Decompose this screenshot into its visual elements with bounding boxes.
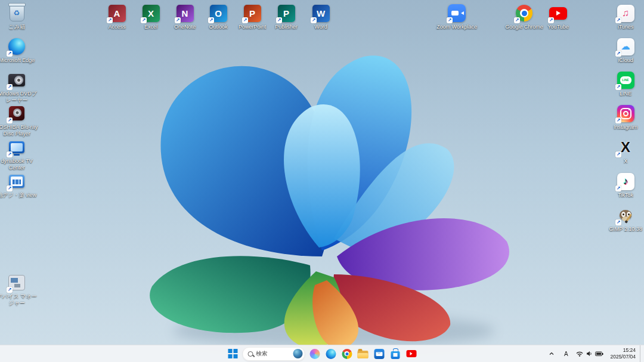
desktop-icon-dynabook-tv-center[interactable]: dynabook TV Center (0, 138, 38, 171)
access-icon: A (107, 4, 126, 23)
desktop-icon-icloud[interactable]: ☁ iCloud (604, 37, 644, 64)
onenote-icon: N (175, 4, 194, 23)
tray-status-icons[interactable] (574, 346, 606, 361)
desktop-icon-tiktok[interactable]: ♪ TikTok (604, 172, 644, 199)
shortcut-arrow-icon (548, 17, 554, 23)
itunes-icon: ♫ (616, 4, 635, 23)
shortcut-arrow-icon (514, 17, 520, 23)
taskbar-app-file-explorer[interactable] (357, 346, 370, 361)
clock-time: 15:24 (623, 347, 636, 354)
taskbar-app-copilot[interactable] (308, 346, 321, 361)
shortcut-arrow-icon (615, 151, 621, 157)
icon-label: Word (314, 24, 327, 30)
desktop-icon-gimp[interactable]: GIMP 2.10.38 (604, 206, 644, 233)
desktop-icon-youtube[interactable]: YouTube (537, 4, 580, 30)
search-highlight-image[interactable] (293, 349, 303, 358)
desktop-icon-instagram[interactable]: Instagram (604, 104, 644, 131)
icon-label: TOSHIBA Blu-ray Disc Player (0, 124, 38, 137)
desktop-icon-chideji[interactable]: 地デジ・楽 view (0, 172, 38, 199)
desktop-icon-x[interactable]: X X (604, 138, 644, 165)
desktop-icon-microsoft-edge[interactable]: Microsoft Edge (0, 37, 38, 64)
shortcut-arrow-icon (175, 17, 181, 23)
icon-label: dynabook TV Center (0, 158, 38, 171)
taskbar-app-outlook[interactable] (373, 346, 386, 361)
taskbar-app-youtube[interactable] (405, 346, 418, 361)
icon-label: GIMP 2.10.38 (609, 226, 642, 233)
icon-label: 地デジ・楽 view (0, 192, 36, 199)
icon-label: Access (108, 24, 125, 30)
shortcut-arrow-icon (615, 17, 621, 23)
chrome-icon (515, 4, 534, 23)
line-icon: LINE (616, 70, 635, 89)
search-icon (248, 351, 253, 357)
edge-icon (7, 37, 26, 56)
icon-label: Outlook (209, 24, 227, 30)
desktop[interactable]: ごみ箱 Microsoft Edge Windows DVDプレーヤー TOSH… (0, 0, 644, 345)
desktop-icon-line[interactable]: LINE LINE (604, 70, 644, 97)
taskbar-app-chrome[interactable] (340, 346, 354, 361)
desktop-icon-zoom[interactable]: Zoom Workplace (435, 4, 478, 30)
shortcut-arrow-icon (7, 287, 13, 293)
shortcut-arrow-icon (242, 17, 248, 23)
shortcut-arrow-icon (615, 219, 621, 225)
icon-label: Microsoft Edge (0, 57, 35, 64)
wifi-icon (576, 351, 583, 357)
taskbar-app-edge[interactable] (324, 346, 338, 361)
shortcut-arrow-icon (7, 51, 13, 57)
shortcut-arrow-icon (615, 185, 621, 191)
outlook-icon (374, 349, 384, 359)
icon-label: Instagram (614, 124, 637, 131)
icloud-icon: ☁ (616, 37, 635, 56)
show-desktop-button[interactable] (640, 345, 643, 362)
taskbar-clock[interactable]: 15:24 2025/07/04 (607, 347, 639, 360)
icon-label: ごみ箱 (8, 24, 24, 30)
icon-label: デバイス マネージャー (0, 293, 38, 306)
battery-icon (595, 351, 603, 357)
desktop-icon-word[interactable]: W Word (299, 4, 342, 30)
device-manager-icon (7, 273, 26, 292)
shortcut-arrow-icon (107, 17, 113, 23)
bluray-player-icon (7, 104, 26, 123)
excel-icon: X (141, 4, 160, 23)
shortcut-arrow-icon (615, 117, 621, 123)
volume-icon (586, 351, 593, 357)
desktop-icon-toshiba-bluray[interactable]: TOSHIBA Blu-ray Disc Player (0, 104, 38, 137)
icon-label: TikTok (618, 192, 633, 199)
youtube-icon (549, 4, 568, 23)
instagram-icon (616, 104, 635, 123)
taskbar-app-store[interactable] (389, 346, 402, 361)
x-icon: X (616, 138, 635, 157)
dvd-player-icon (7, 70, 26, 89)
shortcut-arrow-icon (276, 17, 282, 23)
zoom-icon (447, 4, 466, 23)
desktop-icon-windows-dvd-player[interactable]: Windows DVDプレーヤー (0, 70, 38, 103)
outlook-icon: O (209, 4, 228, 23)
copilot-icon (309, 349, 320, 359)
shortcut-arrow-icon (311, 17, 317, 23)
shortcut-arrow-icon (615, 51, 621, 57)
youtube-icon (406, 350, 416, 357)
desktop-icon-device-manager[interactable]: デバイス マネージャー (0, 273, 38, 306)
taskbar: 検索 A (0, 345, 644, 362)
publisher-icon: P (277, 4, 296, 23)
icon-label: Windows DVDプレーヤー (0, 91, 38, 103)
shortcut-arrow-icon (7, 151, 13, 157)
desktop-icon-recycle-bin[interactable]: ごみ箱 (0, 4, 38, 30)
icon-label: iTunes (618, 24, 634, 30)
desktop-icon-itunes[interactable]: ♫ iTunes (604, 4, 644, 30)
shortcut-arrow-icon (208, 17, 214, 23)
clock-date: 2025/07/04 (610, 354, 636, 360)
shortcut-arrow-icon (447, 17, 453, 23)
powerpoint-icon: P (243, 4, 262, 23)
tray-expand-button[interactable] (545, 346, 558, 361)
shortcut-arrow-icon (141, 17, 147, 23)
shortcut-arrow-icon (7, 117, 13, 123)
start-button[interactable] (227, 346, 240, 361)
ime-indicator[interactable]: A (559, 346, 572, 361)
word-icon: W (311, 4, 330, 23)
icon-label: Publisher (275, 24, 298, 30)
taskbar-search[interactable]: 検索 (243, 347, 305, 361)
windows-logo-icon (228, 349, 238, 358)
recycle-bin-icon (7, 4, 26, 23)
chrome-icon (342, 349, 352, 359)
